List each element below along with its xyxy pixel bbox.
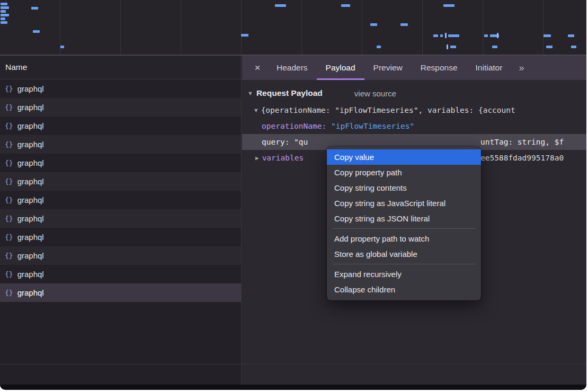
collapse-triangle-icon: ▼: [254, 107, 258, 114]
timeline-bar: [1, 17, 5, 20]
request-row[interactable]: {}graphql: [0, 228, 241, 246]
timeline-bar: [275, 4, 286, 7]
menu-item-copy-string-contents[interactable]: Copy string contents: [327, 180, 481, 195]
timeline-bar: [492, 46, 497, 48]
json-braces-icon: {}: [5, 270, 13, 278]
view-source-link[interactable]: view source: [354, 89, 396, 98]
request-name: graphql: [17, 270, 44, 279]
timeline-bar: [497, 33, 498, 38]
timeline-bar: [1, 3, 7, 5]
request-name: graphql: [17, 84, 44, 93]
payload-root-row[interactable]: ▼{operationName: "ipFlowTimeseries", var…: [242, 102, 586, 118]
request-name: graphql: [17, 158, 44, 167]
tab-headers[interactable]: Headers: [268, 56, 317, 80]
menu-separator: [332, 228, 476, 229]
timeline-bar: [1, 6, 9, 9]
timeline-bar: [448, 34, 459, 37]
timeline-bar: [241, 34, 248, 37]
menu-separator: [332, 264, 476, 264]
network-overview[interactable]: [0, 0, 586, 56]
request-name: graphql: [17, 140, 44, 149]
request-row[interactable]: {}graphql: [0, 98, 241, 117]
context-menu: Copy valueCopy property pathCopy string …: [327, 146, 481, 300]
tab-bar: × HeadersPayloadPreviewResponseInitiator…: [242, 56, 586, 80]
timeline-bar: [1, 21, 7, 24]
timeline-bar: [571, 46, 576, 48]
request-name: graphql: [17, 103, 44, 112]
timeline-bar: [544, 34, 551, 37]
request-name: graphql: [17, 214, 44, 223]
timeline-bar: [433, 34, 438, 37]
menu-item-copy-value[interactable]: Copy value: [327, 149, 481, 165]
request-name: graphql: [17, 121, 44, 130]
request-table: Name {}graphql{}graphql{}graphql{}graphq…: [0, 56, 242, 385]
request-name: graphql: [17, 233, 44, 242]
request-row[interactable]: {}graphql: [0, 209, 241, 228]
footer-divider: [0, 364, 586, 364]
json-braces-icon: {}: [5, 252, 13, 260]
timeline-bar: [377, 46, 381, 48]
overview-gridline: [483, 0, 483, 55]
timeline-bar: [60, 46, 64, 48]
request-name: graphql: [17, 288, 44, 297]
timeline-bar: [1, 10, 6, 13]
tab-items: HeadersPayloadPreviewResponseInitiator: [268, 56, 511, 80]
request-row[interactable]: {}graphql: [0, 283, 241, 302]
property-key: variables: [262, 154, 304, 162]
request-list: {}graphql{}graphql{}graphql{}graphql{}gr…: [0, 79, 241, 302]
timeline-bar: [440, 34, 443, 37]
payload-row-operationname[interactable]: operationName: "ipFlowTimeseries": [242, 118, 586, 134]
request-row[interactable]: {}graphql: [0, 265, 241, 283]
collapse-triangle-icon: ▼: [247, 90, 253, 96]
tab-preview[interactable]: Preview: [364, 56, 412, 80]
request-row[interactable]: {}graphql: [0, 172, 241, 191]
overview-gridline: [543, 0, 544, 55]
more-tabs-icon[interactable]: »: [511, 63, 531, 74]
overview-gridline: [181, 0, 181, 55]
network-panel: Name {}graphql{}graphql{}graphql{}graphq…: [0, 56, 586, 385]
overview-gridline: [241, 0, 242, 55]
request-row[interactable]: {}graphql: [0, 154, 241, 172]
overview-gridline: [301, 0, 302, 55]
request-payload-section-header[interactable]: ▼Request Payloadview source: [242, 84, 586, 102]
timeline-bar: [450, 46, 456, 48]
tab-payload[interactable]: Payload: [317, 56, 364, 80]
request-name: graphql: [17, 195, 44, 204]
menu-item-expand-recursively[interactable]: Expand recursively: [327, 266, 481, 282]
window-bottom-edge: [0, 385, 586, 390]
overview-gridline: [422, 0, 423, 55]
request-row[interactable]: {}graphql: [0, 79, 241, 98]
json-braces-icon: {}: [5, 85, 13, 93]
clipped-value-fragment: untTag: string, $f: [480, 134, 564, 150]
section-title: Request Payload: [256, 88, 323, 98]
close-icon[interactable]: ×: [247, 62, 268, 74]
tab-response[interactable]: Response: [412, 56, 467, 80]
json-braces-icon: {}: [5, 159, 13, 167]
menu-item-copy-string-as-json-literal[interactable]: Copy string as JSON literal: [327, 211, 481, 226]
menu-item-collapse-children[interactable]: Collapse children: [327, 282, 481, 297]
request-row[interactable]: {}graphql: [0, 135, 241, 154]
request-name: graphql: [17, 177, 44, 186]
menu-item-add-property-path-to-watch[interactable]: Add property path to watch: [327, 231, 481, 246]
timeline-bar: [370, 23, 377, 26]
timeline-bar: [568, 34, 574, 37]
timeline-bar: [341, 4, 350, 7]
request-row[interactable]: {}graphql: [0, 246, 241, 265]
timeline-bar: [443, 4, 455, 7]
timeline-bar: [33, 30, 40, 33]
property-key: query:: [262, 138, 294, 146]
request-name: graphql: [17, 251, 44, 260]
timeline-bar: [1, 14, 9, 16]
menu-item-copy-property-path[interactable]: Copy property path: [327, 165, 481, 180]
timeline-bar: [447, 44, 448, 49]
timeline-bar: [546, 46, 553, 48]
name-column-header[interactable]: Name: [0, 56, 241, 79]
json-braces-icon: {}: [5, 103, 13, 111]
json-braces-icon: {}: [5, 233, 13, 241]
menu-item-copy-string-as-javascript-literal[interactable]: Copy string as JavaScript literal: [327, 195, 481, 211]
menu-item-store-as-global-variable[interactable]: Store as global variable: [327, 246, 481, 262]
tab-initiator[interactable]: Initiator: [467, 56, 512, 80]
overview-gridline: [120, 0, 121, 55]
request-row[interactable]: {}graphql: [0, 191, 241, 209]
request-row[interactable]: {}graphql: [0, 117, 241, 135]
